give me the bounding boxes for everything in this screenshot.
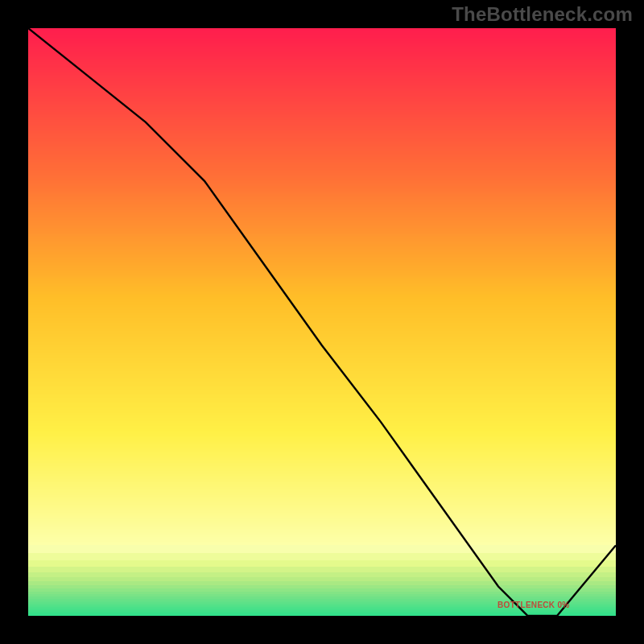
chart-stage: TheBottleneck.com BOTTLENECK 0% <box>0 0 644 644</box>
watermark-text: TheBottleneck.com <box>452 3 633 26</box>
bottleneck-curve <box>28 28 616 616</box>
plot-area: BOTTLENECK 0% <box>28 28 616 616</box>
plot-frame: BOTTLENECK 0% <box>24 24 620 620</box>
minimum-annotation: BOTTLENECK 0% <box>497 601 569 609</box>
